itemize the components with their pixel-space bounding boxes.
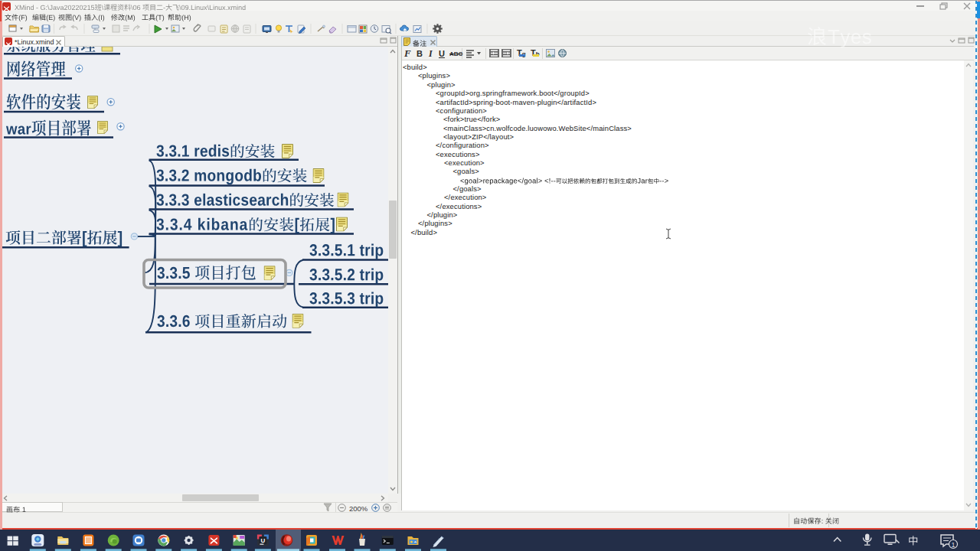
svg-text:1: 1 [951,541,955,549]
svg-text:U: U [261,537,266,544]
